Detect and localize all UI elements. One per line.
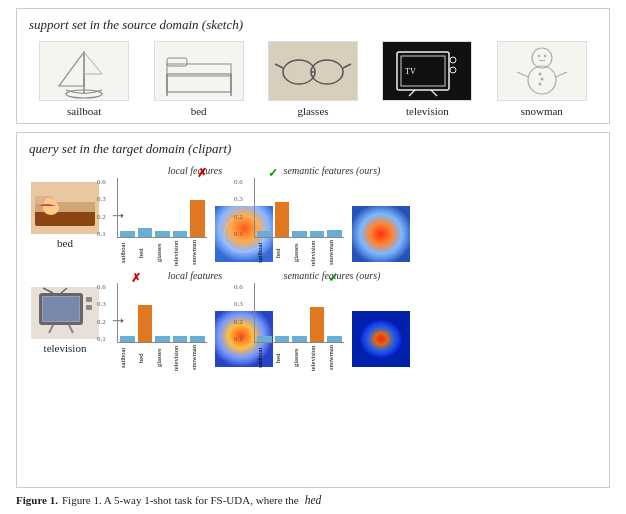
sem-bar-television xyxy=(310,231,325,237)
correct-marker-tv: ✓ xyxy=(328,271,338,286)
bar-snowman-highlight xyxy=(190,200,205,237)
chart-container-tv-local: ✗ xyxy=(117,283,207,343)
lbl-sailboat-2: sailboat xyxy=(256,240,271,266)
semantic-chart-bed: 0.6 0.3 0.2 0.1 ✓ xyxy=(254,178,344,266)
semantic-chart-bed-block: semantic features (ours) 0.6 0.3 0.2 0.1… xyxy=(267,165,397,266)
svg-point-53 xyxy=(359,319,403,359)
svg-marker-2 xyxy=(84,52,102,74)
semantic-chart-tv: 0.6 0.3 0.2 0.1 ✓ xyxy=(254,283,344,371)
caption-text: Figure 1. A 5-way 1-shot task for FS-UDA… xyxy=(62,494,299,506)
television-query-label: television xyxy=(44,342,87,354)
y-axis-tv-local: 0.6 0.3 0.2 0.1 xyxy=(97,283,106,343)
bed-label: bed xyxy=(191,105,207,117)
svg-rect-4 xyxy=(167,74,231,92)
chart-container-bed-semantic: ✓ xyxy=(254,178,344,238)
snowman-sketch xyxy=(502,44,582,99)
television-sketch: TV xyxy=(387,44,467,99)
bar-chart-tv-local xyxy=(117,283,207,343)
lbl-television-1: television xyxy=(172,240,187,266)
bed-query-label: bed xyxy=(57,237,73,249)
support-title: support set in the source domain (sketch… xyxy=(29,17,597,33)
svg-point-27 xyxy=(538,72,541,75)
sketch-box-television: TV xyxy=(382,41,472,101)
svg-point-26 xyxy=(544,54,546,56)
local-chart-heatmap-tv: 0.6 0.3 0.2 0.1 ✗ xyxy=(117,283,273,371)
bar-glasses xyxy=(155,231,170,237)
svg-rect-44 xyxy=(43,297,79,321)
lbl-snowman-1: snowman xyxy=(190,240,205,266)
lbl-glasses-3: glasses xyxy=(155,345,170,371)
wrong-marker-bed: ✗ xyxy=(197,166,207,181)
semantic-chart-tv-block: semantic features (ours) 0.6 0.3 0.2 0.1… xyxy=(267,270,397,371)
svg-marker-1 xyxy=(59,52,84,86)
lbl-snowman-2: snowman xyxy=(327,240,342,266)
snowman-label: snowman xyxy=(521,105,563,117)
semantic-features-title-bed: semantic features (ours) xyxy=(284,165,381,176)
bar-labels-tv-local: sailboat bed glasses television snowman xyxy=(117,345,207,371)
bed-clipart xyxy=(31,182,99,234)
sketch-box-bed xyxy=(154,41,244,101)
lbl-television-3: television xyxy=(172,345,187,371)
svg-point-28 xyxy=(540,77,543,80)
svg-text:TV: TV xyxy=(405,67,416,76)
lbl-television-2: television xyxy=(309,240,324,266)
bar-labels-bed-local: sailboat bed glasses television snowman xyxy=(117,240,207,266)
query-row-bed: bed → local features 0.6 0.3 0.2 0.1 xyxy=(29,165,597,266)
lbl-glasses-2: glasses xyxy=(292,240,307,266)
sketch-box-glasses xyxy=(268,41,358,101)
svg-line-18 xyxy=(409,90,415,96)
bed-sketch xyxy=(159,44,239,99)
svg-point-21 xyxy=(450,67,456,73)
semantic-chart-heatmap-bed: 0.6 0.3 0.2 0.1 ✓ xyxy=(254,178,410,266)
tv-sem-bar-snowman xyxy=(327,336,342,342)
query-row-television: television → local features 0.6 0.3 0.2 … xyxy=(29,270,597,371)
svg-line-15 xyxy=(343,64,351,68)
caption-area: Figure 1. Figure 1. A 5-way 1-shot task … xyxy=(16,494,610,506)
lbl-bed-4: bed xyxy=(274,345,289,371)
bar-television xyxy=(173,231,188,237)
local-chart-bed: 0.6 0.3 0.2 0.1 ✗ xyxy=(117,178,207,266)
query-image-block-bed: bed xyxy=(29,182,101,249)
bar-sailboat xyxy=(120,231,135,237)
lbl-bed-3: bed xyxy=(137,345,152,371)
heatmap-svg-semantic-bed xyxy=(352,206,410,262)
tv-local-bar-sailboat xyxy=(120,336,135,342)
lbl-sailboat-3: sailboat xyxy=(119,345,134,371)
local-chart-heatmap-bed: 0.6 0.3 0.2 0.1 ✗ xyxy=(117,178,273,266)
tv-sem-bar-sailboat xyxy=(257,336,272,342)
sem-bar-sailboat xyxy=(257,231,272,237)
sem-bar-glasses xyxy=(292,231,307,237)
tv-local-bar-bed-highlight xyxy=(138,305,153,342)
support-item-sailboat: sailboat xyxy=(39,41,129,117)
chart-container-tv-semantic: ✓ xyxy=(254,283,344,343)
local-features-title-bed: local features xyxy=(168,165,222,176)
bar-bed xyxy=(138,228,153,237)
lbl-television-4: television xyxy=(309,345,324,371)
support-item-bed: bed xyxy=(154,41,244,117)
sketch-box-sailboat xyxy=(39,41,129,101)
query-image-block-television: television xyxy=(29,287,101,354)
support-section: support set in the source domain (sketch… xyxy=(16,8,610,124)
svg-point-25 xyxy=(538,54,540,56)
bar-chart-tv-semantic xyxy=(254,283,344,343)
lbl-sailboat-1: sailboat xyxy=(119,240,134,266)
correct-marker-bed: ✓ xyxy=(268,166,278,181)
sailboat-sketch xyxy=(44,44,124,99)
bar-labels-bed-semantic: sailboat bed glasses television snowman xyxy=(254,240,344,266)
heatmap-semantic-tv xyxy=(352,311,410,371)
svg-rect-33 xyxy=(35,210,95,226)
glasses-sketch xyxy=(273,44,353,99)
lbl-glasses-4: glasses xyxy=(292,345,307,371)
heatmap-semantic-bed xyxy=(352,206,410,266)
lbl-glasses-1: glasses xyxy=(155,240,170,266)
heatmap-svg-semantic-tv xyxy=(352,311,410,367)
svg-line-14 xyxy=(275,64,283,68)
wrong-marker-tv: ✗ xyxy=(131,271,141,286)
bar-labels-tv-semantic: sailboat bed glasses television snowman xyxy=(254,345,344,371)
support-images: sailboat bed xyxy=(29,41,597,117)
tv-local-bar-television xyxy=(173,336,188,342)
bar-chart-bed-local xyxy=(117,178,207,238)
svg-rect-6 xyxy=(167,58,187,66)
support-item-snowman: snowman xyxy=(497,41,587,117)
svg-rect-45 xyxy=(86,297,92,302)
